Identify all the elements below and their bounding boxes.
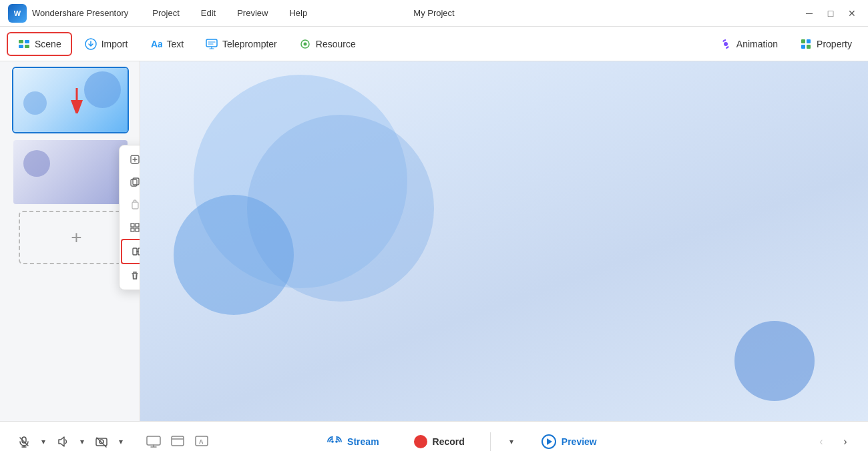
svg-rect-0: [19, 40, 23, 43]
svg-rect-19: [132, 202, 138, 209]
resource-tool-button[interactable]: Resource: [289, 33, 365, 55]
resource-label: Resource: [316, 39, 356, 49]
svg-rect-2: [19, 45, 23, 48]
stream-button[interactable]: Stream: [316, 431, 389, 452]
ctx-select-all[interactable]: Select All Ctrl+A: [120, 216, 140, 239]
teleprompter-label: Teleprompter: [222, 39, 277, 49]
ctx-add-transition[interactable]: Add Transition: [121, 239, 140, 264]
property-tool-button[interactable]: Property: [790, 33, 861, 55]
record-dropdown-button[interactable]: ▾: [505, 431, 517, 452]
menu-project[interactable]: Project: [148, 5, 183, 21]
stream-label: Stream: [347, 436, 379, 447]
mic-button[interactable]: [13, 431, 35, 452]
svg-rect-32: [172, 436, 184, 446]
text-label: Text: [166, 39, 184, 49]
main-layout: 1 2: [0, 61, 868, 421]
record-label: Record: [433, 436, 465, 447]
preview-button[interactable]: Preview: [531, 429, 608, 454]
scene-thumb-2[interactable]: [12, 139, 129, 205]
camera-chevron[interactable]: ▾: [115, 431, 127, 452]
svg-rect-1: [25, 40, 29, 43]
svg-rect-12: [801, 45, 805, 49]
menu-bar: Project Edit Preview Help: [148, 5, 311, 21]
ctx-delete[interactable]: Delete Del: [120, 264, 140, 287]
add-scene-button[interactable]: +: [19, 211, 134, 264]
stream-icon: [327, 436, 342, 447]
svg-point-35: [331, 440, 334, 443]
app-logo: W: [8, 4, 27, 23]
svg-rect-11: [807, 39, 811, 43]
svg-rect-23: [136, 228, 139, 232]
prev-arrow-button[interactable]: ‹: [812, 432, 831, 451]
import-tool-button[interactable]: Import: [75, 33, 138, 55]
preview-circle-icon: [541, 434, 556, 449]
context-menu: New Slide Copy Ctrl+C: [119, 145, 140, 290]
play-triangle-icon: [547, 438, 552, 445]
paste-icon: [129, 199, 140, 211]
project-title: My Project: [413, 8, 454, 18]
bottom-left-tools: ▾ ▾ ▾: [13, 431, 212, 452]
import-label: Import: [101, 39, 128, 49]
preview-label: Preview: [562, 436, 597, 447]
speaker-button[interactable]: [52, 431, 73, 452]
next-arrow-button[interactable]: ›: [836, 432, 855, 451]
camera-button[interactable]: [91, 431, 112, 452]
svg-point-9: [724, 42, 728, 46]
speaker-chevron[interactable]: ▾: [76, 431, 88, 452]
teleprompter-icon: [205, 37, 218, 51]
svg-rect-22: [131, 228, 134, 232]
svg-rect-3: [25, 45, 29, 48]
svg-rect-21: [136, 223, 139, 227]
svg-rect-13: [807, 45, 811, 49]
ctx-new-slide[interactable]: New Slide: [120, 148, 140, 171]
svg-point-36: [335, 440, 338, 443]
scene-item-2[interactable]: 2: [5, 139, 134, 205]
window-share-button[interactable]: [167, 431, 188, 452]
property-label: Property: [817, 39, 852, 49]
menu-help[interactable]: Help: [285, 5, 311, 21]
scene-thumb-bg-2: [13, 140, 128, 204]
svg-text:Aa: Aa: [151, 39, 162, 49]
animation-label: Animation: [736, 39, 778, 49]
menu-edit[interactable]: Edit: [197, 5, 220, 21]
add-transition-icon: [132, 246, 140, 258]
svg-point-8: [303, 42, 306, 45]
animation-icon: [719, 37, 732, 51]
svg-rect-31: [147, 436, 160, 445]
canvas-area[interactable]: [140, 61, 868, 421]
app-name: Wondershare Presentory: [32, 8, 128, 18]
titlebar: W Wondershare Presentory Project Edit Pr…: [0, 0, 868, 27]
canvas-circle-3: [174, 195, 294, 315]
scene-icon: [17, 37, 31, 51]
animation-tool-button[interactable]: Animation: [710, 33, 787, 55]
svg-rect-24: [133, 248, 137, 255]
teleprompter-tool-button[interactable]: Teleprompter: [196, 33, 286, 55]
svg-text:A: A: [199, 438, 204, 445]
scenes-panel: 1 2: [0, 61, 140, 421]
minimize-button[interactable]: ─: [801, 5, 817, 21]
logo-letter: W: [14, 9, 21, 17]
main-toolbar: Scene Import Aa Text Teleprompter: [0, 27, 868, 61]
scene-label: Scene: [35, 39, 61, 49]
svg-rect-20: [131, 223, 134, 227]
bottom-center-controls: Stream Record ▾ Preview: [316, 429, 608, 454]
ctx-paste[interactable]: Paste Ctrl+V: [120, 193, 140, 216]
svg-rect-6: [206, 39, 217, 47]
record-dot-icon: [414, 435, 427, 448]
import-icon: [84, 37, 97, 51]
maximize-button[interactable]: □: [823, 5, 839, 21]
select-all-icon: [129, 221, 140, 234]
record-button[interactable]: Record: [403, 430, 475, 454]
text-overlay-button[interactable]: A: [191, 431, 212, 452]
close-button[interactable]: ✕: [844, 5, 860, 21]
scene-tool-button[interactable]: Scene: [7, 32, 72, 56]
screen-share-button[interactable]: [143, 431, 164, 452]
scene-arrow: [67, 87, 87, 116]
mic-chevron[interactable]: ▾: [37, 431, 49, 452]
menu-preview[interactable]: Preview: [233, 5, 272, 21]
bottom-bar: ▾ ▾ ▾: [0, 421, 868, 461]
window-controls: ─ □ ✕: [801, 5, 860, 21]
bottom-right-controls: ‹ ›: [812, 432, 855, 451]
text-tool-button[interactable]: Aa Text: [140, 33, 193, 55]
ctx-copy[interactable]: Copy Ctrl+C: [120, 171, 140, 193]
